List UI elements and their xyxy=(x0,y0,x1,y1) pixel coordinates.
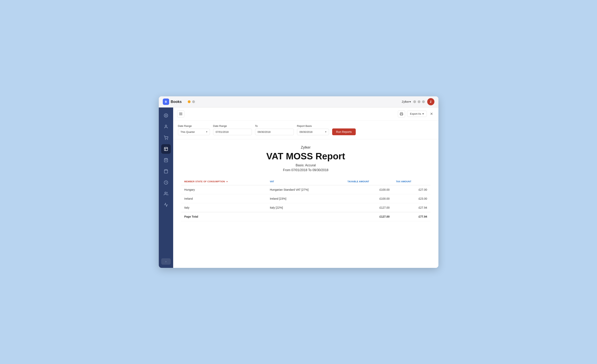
table-row: Hungary Hungarian Standard VAT [27%] £10… xyxy=(181,185,430,194)
minimize-dot[interactable] xyxy=(188,100,190,103)
export-arrow-icon: ▾ xyxy=(423,112,424,115)
cell-vat: Hungarian Standard VAT [27%] xyxy=(267,185,344,194)
table-body: Hungary Hungarian Standard VAT [27%] £10… xyxy=(181,185,430,221)
circle-btn-2[interactable] xyxy=(418,100,420,103)
to-label: To xyxy=(255,124,294,128)
table-row: Ireland Ireland [23%] £100.00 £23.00 xyxy=(181,194,430,203)
basis-group: Report Basis 09/30/2018 ▾ xyxy=(297,124,329,135)
basis-value: 09/30/2018 xyxy=(300,130,313,133)
to-date-input[interactable] xyxy=(255,129,294,135)
basis-select[interactable]: 09/30/2018 ▾ xyxy=(297,129,329,135)
cell-tax-amount[interactable]: £27.00 xyxy=(393,185,430,194)
cell-tax-amount[interactable]: £27.94 xyxy=(393,203,430,212)
report-area: Zylker VAT MOSS Report Basis: Accural Fr… xyxy=(173,139,438,268)
table-header-row: MEMBER STATE OF CONSUMPTION ▾ VAT TAXABL… xyxy=(181,178,430,185)
basis-label: Report Basis xyxy=(297,124,329,128)
sort-arrow-icon: ▾ xyxy=(227,181,228,183)
date-range-chevron-icon: ▾ xyxy=(206,130,207,133)
basis-chevron-icon: ▾ xyxy=(325,130,326,133)
report-company: Zylker xyxy=(181,145,430,150)
user-name[interactable]: Zylker▾ xyxy=(402,100,411,103)
main-layout: › Export As ▾ xyxy=(159,107,438,268)
sidebar-bottom: › xyxy=(161,258,171,265)
report-date-range: From 07/01/2018 To 09/30/2018 xyxy=(181,168,430,172)
table-row: Italy Italy [22%] £127.00 £27.94 xyxy=(181,203,430,212)
col-header-tax: TAX AMOUNT xyxy=(393,178,430,185)
svg-point-3 xyxy=(165,139,165,140)
circle-btn-3[interactable] xyxy=(422,100,425,103)
titlebar: B Books Zylker▾ Z xyxy=(159,96,438,107)
svg-rect-10 xyxy=(401,114,402,115)
circle-btn-1[interactable] xyxy=(413,100,416,103)
hamburger-line-1 xyxy=(179,113,182,113)
hamburger-line-3 xyxy=(179,115,182,115)
from-date-input[interactable] xyxy=(213,129,252,135)
logo-icon: B xyxy=(163,99,169,105)
sidebar-item-contacts[interactable] xyxy=(161,122,171,131)
sidebar: › xyxy=(159,107,173,268)
app-logo: B Books xyxy=(163,99,182,105)
cell-total-vat xyxy=(267,212,344,221)
table-total-row: Page Total £127.00 £77.94 xyxy=(181,212,430,221)
avatar[interactable]: Z xyxy=(427,98,434,105)
to-date-group: To xyxy=(255,124,294,135)
cell-vat: Ireland [23%] xyxy=(267,194,344,203)
from-label: Date Range xyxy=(213,124,252,128)
content-area: Export As ▾ ✕ Date Range This Quarter ▾ … xyxy=(173,107,438,268)
cell-member-state: Hungary xyxy=(181,185,267,194)
sidebar-item-people[interactable] xyxy=(161,189,171,198)
window-buttons xyxy=(413,100,425,103)
col-header-taxable: TAXABLE AMOUNT xyxy=(344,178,393,185)
export-label: Export As xyxy=(410,112,421,115)
svg-point-2 xyxy=(165,125,167,126)
from-date-group: Date Range xyxy=(213,124,252,135)
maximize-dot[interactable] xyxy=(192,100,195,103)
sidebar-item-items[interactable] xyxy=(161,133,171,143)
col-header-vat: VAT xyxy=(267,178,344,185)
svg-point-0 xyxy=(164,114,168,117)
cell-member-state: Italy xyxy=(181,203,267,212)
cell-member-state: Ireland xyxy=(181,194,267,203)
cell-taxable-amount: £127.00 xyxy=(344,203,393,212)
cell-taxable-amount: £100.00 xyxy=(344,194,393,203)
sidebar-item-cart[interactable] xyxy=(161,155,171,165)
close-button[interactable]: ✕ xyxy=(429,111,434,117)
sidebar-item-banking[interactable] xyxy=(161,144,171,154)
report-header: Zylker VAT MOSS Report Basis: Accural Fr… xyxy=(181,145,430,172)
svg-point-9 xyxy=(165,192,166,193)
hamburger-line-2 xyxy=(179,114,182,114)
report-table: MEMBER STATE OF CONSUMPTION ▾ VAT TAXABL… xyxy=(181,178,430,221)
report-toolbar: Export As ▾ ✕ xyxy=(173,107,438,121)
filter-row: Date Range This Quarter ▾ Date Range To … xyxy=(173,121,438,139)
svg-point-1 xyxy=(165,115,167,116)
sidebar-item-bag[interactable] xyxy=(161,167,171,176)
sidebar-item-time[interactable] xyxy=(161,178,171,187)
date-range-label: Date Range xyxy=(178,124,210,128)
run-reports-button[interactable]: Run Reports xyxy=(332,129,356,135)
sidebar-item-analytics[interactable] xyxy=(161,200,171,210)
export-button[interactable]: Export As ▾ xyxy=(407,111,427,117)
sidebar-expand-button[interactable]: › xyxy=(161,258,171,265)
svg-rect-5 xyxy=(164,147,168,151)
cell-total-label: Page Total xyxy=(181,212,267,221)
cell-total-tax: £77.94 xyxy=(393,212,430,221)
titlebar-right: Zylker▾ Z xyxy=(402,98,434,105)
cell-total-taxable: £127.00 xyxy=(344,212,393,221)
table-header: MEMBER STATE OF CONSUMPTION ▾ VAT TAXABL… xyxy=(181,178,430,185)
date-range-value: This Quarter xyxy=(181,130,195,133)
cell-vat: Italy [22%] xyxy=(267,203,344,212)
print-button[interactable] xyxy=(398,110,405,117)
date-range-select[interactable]: This Quarter ▾ xyxy=(178,129,210,135)
app-name: Books xyxy=(171,100,182,104)
report-title: VAT MOSS Report xyxy=(181,151,430,162)
svg-point-4 xyxy=(167,139,168,140)
date-range-group: Date Range This Quarter ▾ xyxy=(178,124,210,135)
menu-button[interactable] xyxy=(177,110,184,117)
window-controls xyxy=(188,99,198,104)
col-header-member-state[interactable]: MEMBER STATE OF CONSUMPTION ▾ xyxy=(181,178,267,185)
cell-taxable-amount: £100.00 xyxy=(344,185,393,194)
cell-tax-amount[interactable]: £23.00 xyxy=(393,194,430,203)
toolbar-right: Export As ▾ ✕ xyxy=(398,110,434,117)
sidebar-item-dashboard[interactable] xyxy=(161,111,171,120)
report-basis: Basis: Accural xyxy=(181,164,430,167)
